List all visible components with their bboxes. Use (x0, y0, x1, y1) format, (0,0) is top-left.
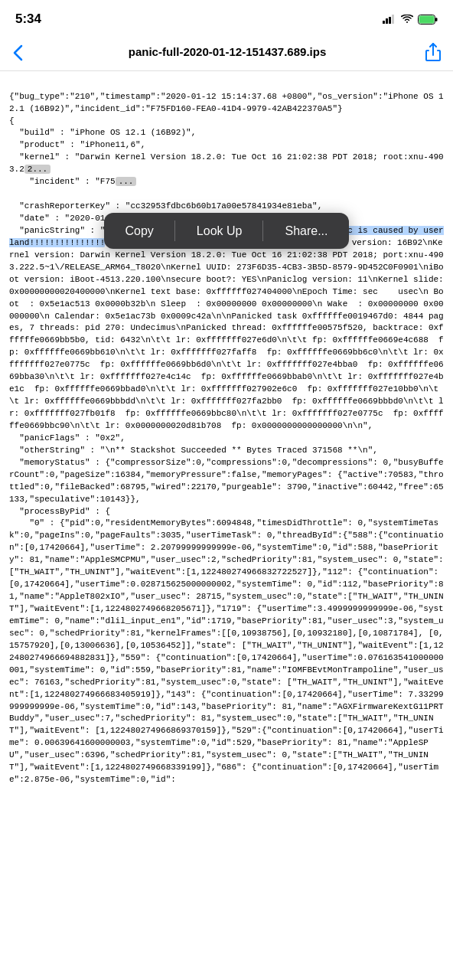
incident-text: "incident" : "F75 (19, 177, 115, 186)
context-menu-copy[interactable]: Copy (104, 213, 175, 249)
context-menu-overlay: Copy Look Up Share... (0, 213, 453, 249)
obscured-1: 2... (24, 165, 51, 174)
svg-rect-0 (383, 21, 385, 24)
svg-rect-5 (435, 18, 438, 21)
status-icons (383, 15, 438, 24)
content-text-start: {"bug_type":"210","timestamp":"2020-01-1… (9, 92, 444, 175)
signal-icon (383, 15, 396, 24)
nav-bar: panic-full-2020-01-12-151437.689.ips (0, 34, 453, 71)
svg-rect-1 (386, 18, 388, 24)
context-menu-share[interactable]: Share... (263, 213, 349, 249)
svg-rect-3 (392, 15, 394, 24)
wifi-icon (401, 15, 413, 24)
content-text-main: \nDebugger message: panic\nMemory ID: 0x… (9, 238, 448, 784)
share-icon (425, 43, 441, 61)
battery-icon (418, 15, 438, 24)
nav-title: panic-full-2020-01-12-151437.689.ips (35, 45, 419, 58)
back-button[interactable] (12, 40, 29, 64)
back-chevron-icon (12, 44, 23, 61)
obscured-2: ... (116, 177, 137, 186)
svg-rect-2 (389, 17, 391, 24)
status-bar: 5:34 (0, 0, 453, 34)
status-time: 5:34 (15, 11, 41, 27)
svg-rect-6 (419, 15, 435, 23)
context-menu: Copy Look Up Share... (104, 213, 350, 249)
context-menu-lookup[interactable]: Look Up (175, 213, 264, 249)
share-button[interactable] (425, 43, 441, 61)
content-area[interactable]: {"bug_type":"210","timestamp":"2020-01-1… (0, 71, 453, 831)
